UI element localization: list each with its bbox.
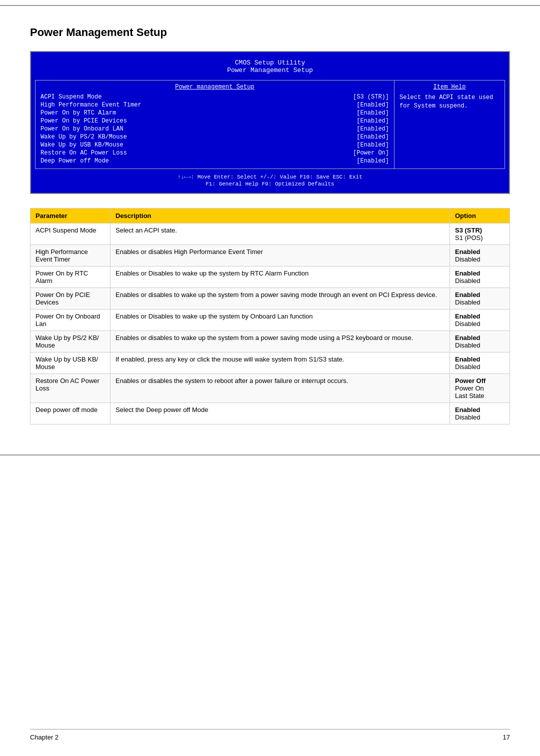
bios-section-title: Power Management Setup: [31, 66, 509, 74]
table-row: ACPI Suspend ModeSelect an ACPI state.S3…: [30, 224, 510, 245]
page-footer: Chapter 2 17: [30, 729, 510, 741]
bios-row: Deep Power off Mode[Enabled]: [40, 158, 389, 164]
table-cell-parameter: Power On by RTC Alarm: [30, 266, 110, 288]
bios-row-value: [Enabled]: [356, 102, 389, 108]
table-cell-parameter: High Performance Event Timer: [30, 245, 110, 266]
bios-row: High Performance Event Timer[Enabled]: [40, 102, 389, 108]
table-row: Wake Up by PS/2 KB/ MouseEnables or disa…: [30, 331, 510, 352]
bios-row: Power On by RTC Alarm[Enabled]: [40, 110, 389, 116]
col-header-parameter: Parameter: [30, 208, 110, 224]
table-cell-option: EnabledDisabled: [450, 403, 510, 424]
page-title: Power Management Setup: [30, 26, 510, 39]
table-row: Power On by PCIE DevicesEnables or disab…: [30, 288, 510, 310]
table-cell-parameter: Power On by PCIE Devices: [30, 288, 110, 310]
bios-footer-line2: F1: General Help F9: Optimized Defaults: [31, 181, 509, 187]
table-cell-option: EnabledDisabled: [450, 331, 510, 352]
bios-row: Wake Up by PS/2 KB/Mouse[Enabled]: [40, 134, 389, 140]
chapter-label: Chapter 2: [30, 734, 58, 741]
bios-row-label: Deep Power off Mode: [40, 158, 109, 164]
bios-screenshot: CMOS Setup Utility Power Management Setu…: [30, 51, 510, 194]
bios-rows: ACPI Suspend Mode[S3 (STR)]High Performa…: [40, 94, 389, 164]
option-item: Disabled: [455, 298, 504, 306]
page-container: Power Management Setup CMOS Setup Utilit…: [0, 5, 540, 456]
bios-row-value: [Enabled]: [356, 142, 389, 148]
bios-row-value: [Power On]: [353, 150, 389, 156]
bios-footer: ↑↓←→: Move Enter: Select +/-/: Value F10…: [31, 174, 509, 187]
bios-row: ACPI Suspend Mode[S3 (STR)]: [40, 94, 389, 100]
table-cell-option: EnabledDisabled: [450, 266, 510, 288]
bios-row-label: Power On by RTC Alarm: [40, 110, 116, 116]
bios-right-panel: Item Help Select the ACPI state used for…: [394, 80, 504, 168]
bios-row-value: [Enabled]: [356, 134, 389, 140]
table-cell-option: EnabledDisabled: [450, 352, 510, 374]
table-cell-option: Power OffPower OnLast State: [450, 374, 510, 403]
table-cell-parameter: Wake Up by USB KB/ Mouse: [30, 352, 110, 374]
option-item: Disabled: [455, 320, 504, 328]
option-item: Enabled: [455, 406, 504, 414]
bios-right-header: Item Help: [400, 84, 500, 90]
bios-row-value: [Enabled]: [356, 110, 389, 116]
col-header-description: Description: [110, 208, 450, 224]
col-header-option: Option: [450, 208, 510, 224]
bios-row-value: [S3 (STR)]: [353, 94, 389, 100]
bios-row-label: Restore On AC Power Loss: [40, 150, 127, 156]
option-item: Enabled: [455, 356, 504, 363]
bios-row-label: ACPI Suspend Mode: [40, 94, 102, 100]
table-cell-option: EnabledDisabled: [450, 288, 510, 310]
bios-row-value: [Enabled]: [356, 118, 389, 124]
table-cell-option: S3 (STR)S1 (POS): [450, 224, 510, 245]
bios-row: Power On by Onboard LAN[Enabled]: [40, 126, 389, 132]
table-row: Deep power off modeSelect the Deep power…: [30, 403, 510, 424]
bios-row-label: High Performance Event Timer: [40, 102, 142, 108]
table-cell-description: Enables or Disables to wake up the syste…: [110, 310, 450, 331]
table-cell-parameter: Wake Up by PS/2 KB/ Mouse: [30, 331, 110, 352]
table-header-row: Parameter Description Option: [30, 208, 510, 224]
table-body: ACPI Suspend ModeSelect an ACPI state.S3…: [30, 224, 510, 424]
option-item: Disabled: [455, 414, 504, 421]
bios-row-label: Power On by Onboard LAN: [40, 126, 124, 132]
table-row: Restore On AC Power LossEnables or disab…: [30, 374, 510, 403]
table-cell-description: Enables or disables High Performance Eve…: [110, 245, 450, 266]
table-cell-description: Enables or disables the system to reboot…: [110, 374, 450, 403]
table-cell-parameter: Power On by Onboard Lan: [30, 310, 110, 331]
bios-row-value: [Enabled]: [356, 158, 389, 164]
option-item: S1 (POS): [455, 234, 504, 242]
option-item: Disabled: [455, 256, 504, 263]
table-cell-description: Enables or disables to wake up the syste…: [110, 288, 450, 310]
table-row: Power On by Onboard LanEnables or Disabl…: [30, 310, 510, 331]
table-cell-description: Enables or Disables to wake up the syste…: [110, 266, 450, 288]
table-cell-option: EnabledDisabled: [450, 310, 510, 331]
table-cell-description: If enabled, press any key or click the m…: [110, 352, 450, 374]
option-item: Enabled: [455, 312, 504, 320]
option-item: Power On: [455, 384, 504, 392]
option-item: Disabled: [455, 277, 504, 284]
option-item: Last State: [455, 392, 504, 400]
table-cell-option: EnabledDisabled: [450, 245, 510, 266]
bios-row: Power On by PCIE Devices[Enabled]: [40, 118, 389, 124]
table-cell-parameter: Restore On AC Power Loss: [30, 374, 110, 403]
table-cell-parameter: Deep power off mode: [30, 403, 110, 424]
bios-row-label: Power On by PCIE Devices: [40, 118, 127, 124]
bios-left-panel: Power management Setup ACPI Suspend Mode…: [36, 80, 394, 168]
option-item: Disabled: [455, 363, 504, 370]
option-item: Enabled: [455, 291, 504, 298]
page-number: 17: [503, 734, 510, 741]
option-item: Disabled: [455, 342, 504, 349]
table-cell-parameter: ACPI Suspend Mode: [30, 224, 110, 245]
table-cell-description: Select an ACPI state.: [110, 224, 450, 245]
table-cell-description: Enables or disables to wake up the syste…: [110, 331, 450, 352]
table-row: Wake Up by USB KB/ MouseIf enabled, pres…: [30, 352, 510, 374]
option-item: Power Off: [455, 377, 504, 384]
option-item: Enabled: [455, 248, 504, 256]
bios-row-value: [Enabled]: [356, 126, 389, 132]
table-cell-description: Select the Deep power off Mode: [110, 403, 450, 424]
bios-row: Restore On AC Power Loss[Power On]: [40, 150, 389, 156]
bios-row: Wake Up by USB KB/Mouse[Enabled]: [40, 142, 389, 148]
bios-inner: Power management Setup ACPI Suspend Mode…: [35, 80, 505, 169]
bios-utility-title: CMOS Setup Utility: [31, 59, 509, 66]
option-item: Enabled: [455, 270, 504, 277]
parameter-table: Parameter Description Option ACPI Suspen…: [30, 208, 510, 424]
bios-row-label: Wake Up by PS/2 KB/Mouse: [40, 134, 127, 140]
bios-left-header: Power management Setup: [40, 84, 389, 90]
bios-row-label: Wake Up by USB KB/Mouse: [40, 142, 124, 148]
